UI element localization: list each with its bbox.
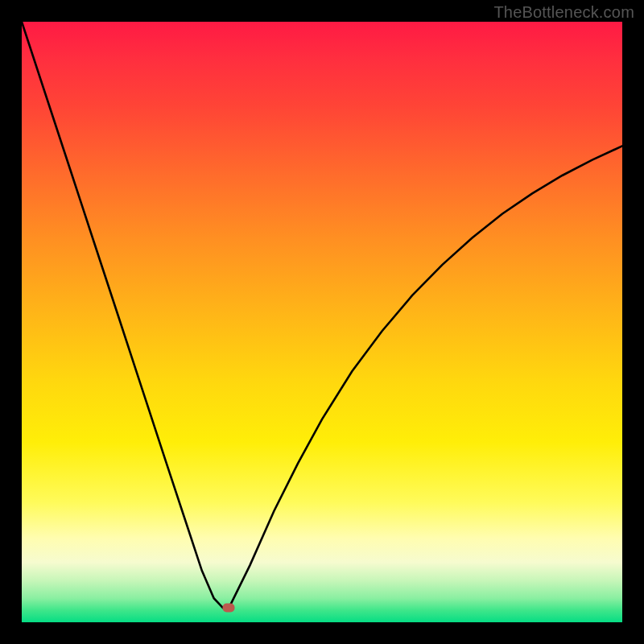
bottleneck-curve: [22, 22, 622, 622]
chart-frame: TheBottleneck.com: [0, 0, 644, 644]
optimal-marker-icon: [223, 604, 235, 613]
plot-area: [22, 22, 622, 622]
watermark-text: TheBottleneck.com: [493, 3, 634, 22]
